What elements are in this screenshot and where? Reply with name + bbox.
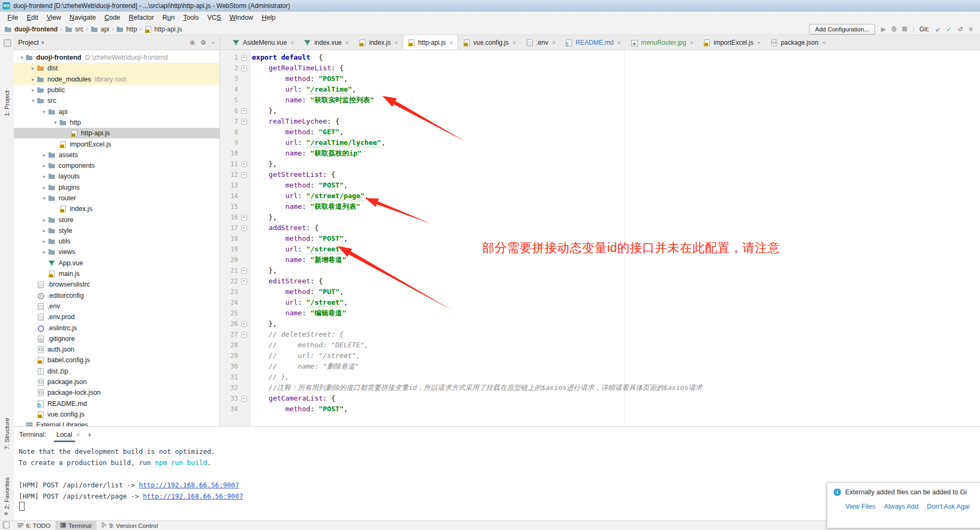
- chevron-down-icon[interactable]: ▾: [18, 55, 26, 60]
- menu-item-edit[interactable]: Edit: [22, 13, 43, 22]
- menu-item-code[interactable]: Code: [100, 13, 125, 22]
- fold-marker-icon[interactable]: [241, 108, 247, 114]
- more-icon[interactable]: ≡: [969, 26, 973, 33]
- tree-item[interactable]: ▸assets: [14, 150, 219, 160]
- close-icon[interactable]: ×: [512, 39, 516, 46]
- close-icon[interactable]: ×: [552, 39, 555, 46]
- menu-item-run[interactable]: Run: [158, 13, 179, 22]
- new-terminal-icon[interactable]: +: [87, 430, 92, 439]
- breadcrumb-item[interactable]: src: [65, 26, 84, 33]
- chevron-right-icon[interactable]: ▸: [40, 239, 48, 244]
- tree-item[interactable]: {}package-lock.json: [14, 387, 219, 398]
- chevron-right-icon[interactable]: ▸: [29, 66, 37, 71]
- fold-marker-icon[interactable]: [241, 215, 247, 221]
- tab-README.md[interactable]: MREADME.md×: [560, 35, 626, 50]
- chevron-right-icon[interactable]: ▸: [40, 249, 48, 255]
- notification-action-link[interactable]: Don't Ask Agai: [927, 503, 969, 510]
- tree-item[interactable]: App.vue: [14, 258, 219, 268]
- menu-item-window[interactable]: Window: [225, 13, 257, 22]
- fold-marker-icon[interactable]: [241, 225, 247, 231]
- tree-item[interactable]: ▸store: [14, 214, 219, 225]
- tree-item[interactable]: .editorconfig: [14, 290, 219, 301]
- tree-item[interactable]: ▾src: [14, 95, 219, 106]
- tree-item[interactable]: .env: [14, 301, 219, 312]
- chevron-down-icon[interactable]: ▾: [40, 109, 48, 115]
- fold-marker-icon[interactable]: [241, 396, 247, 402]
- close-icon[interactable]: ×: [690, 39, 693, 46]
- tree-item[interactable]: ▸utils: [14, 236, 219, 247]
- tree-item[interactable]: .gitignore: [14, 333, 219, 344]
- add-configuration-button[interactable]: Add Configuration...: [809, 24, 875, 35]
- close-icon[interactable]: ×: [757, 39, 760, 46]
- hide-panel-icon[interactable]: −: [211, 39, 215, 46]
- tree-item[interactable]: JSvue.config.js: [14, 409, 219, 420]
- breadcrumb-item[interactable]: http: [116, 26, 137, 33]
- tree-item[interactable]: {}package.json: [14, 377, 219, 387]
- close-icon[interactable]: ×: [822, 39, 826, 46]
- breadcrumb-item[interactable]: duoji-frontend: [4, 26, 58, 33]
- fold-marker-icon[interactable]: [241, 66, 247, 71]
- chevron-right-icon[interactable]: ▸: [29, 87, 37, 93]
- tab-menuRouter.jpg[interactable]: menuRouter.jpg×: [626, 35, 698, 50]
- close-icon[interactable]: ×: [77, 431, 80, 438]
- statusbar-item-terminal[interactable]: Terminal: [55, 521, 96, 530]
- tree-item[interactable]: ▸plugins: [14, 182, 219, 193]
- project-panel-title[interactable]: Project: [18, 39, 39, 46]
- menu-item-view[interactable]: View: [43, 13, 66, 22]
- close-icon[interactable]: ×: [291, 39, 294, 46]
- chevron-down-icon[interactable]: ▾: [40, 195, 48, 201]
- tree-item[interactable]: ▾router: [14, 193, 219, 203]
- tree-item[interactable]: JShttp-api.js: [14, 128, 219, 138]
- sidebar-item-favorites[interactable]: 2: Favorites: [4, 477, 10, 509]
- chevron-right-icon[interactable]: ▸: [40, 152, 48, 158]
- chevron-down-icon[interactable]: ▾: [52, 120, 59, 125]
- close-icon[interactable]: ×: [450, 39, 453, 46]
- fold-marker-icon[interactable]: [241, 161, 247, 167]
- terminal-link[interactable]: http://192.168.66.56:9007: [139, 481, 239, 489]
- terminal-link[interactable]: http://192.168.66.56:9007: [143, 492, 243, 500]
- menu-item-navigate[interactable]: Navigate: [66, 13, 100, 22]
- sidebar-item-project[interactable]: 1: Project: [4, 91, 10, 117]
- favorites-star-icon[interactable]: ★: [3, 510, 9, 517]
- notification-action-link[interactable]: Always Add: [884, 503, 919, 510]
- tree-item[interactable]: ▸style: [14, 225, 219, 236]
- tab-package.json[interactable]: {}package.json×: [765, 35, 830, 50]
- history-icon[interactable]: ↺: [958, 26, 963, 33]
- tab-index.js[interactable]: JSindex.js×: [354, 35, 403, 50]
- menu-item-tools[interactable]: Tools: [179, 13, 203, 22]
- chevron-right-icon[interactable]: ▸: [40, 185, 48, 190]
- tab-index.vue[interactable]: index.vue×: [299, 35, 354, 50]
- tree-item[interactable]: .env.prod: [14, 312, 219, 322]
- fold-marker-icon[interactable]: [241, 332, 247, 338]
- breadcrumb-item[interactable]: api: [91, 26, 109, 33]
- close-icon[interactable]: ×: [617, 39, 620, 46]
- tree-item[interactable]: .eslintrc.js: [14, 322, 219, 333]
- tree-item[interactable]: ▾api: [14, 106, 219, 117]
- notification-action-link[interactable]: View Files: [845, 503, 876, 510]
- menu-item-file[interactable]: File: [3, 13, 22, 22]
- run-icon[interactable]: ▶: [881, 26, 886, 33]
- statusbar-item-todo[interactable]: 6: TODO: [13, 521, 55, 530]
- chevron-right-icon[interactable]: ▸: [40, 163, 48, 168]
- git-update-icon[interactable]: ↙: [935, 26, 941, 33]
- close-icon[interactable]: ×: [346, 39, 349, 46]
- menu-item-help[interactable]: Help: [257, 13, 280, 22]
- tree-item[interactable]: JSmain.js: [14, 268, 219, 279]
- chevron-right-icon[interactable]: ▸: [40, 228, 48, 233]
- fold-marker-icon[interactable]: [241, 172, 247, 178]
- tree-item[interactable]: MREADME.md: [14, 398, 219, 409]
- tab-vue.config.js[interactable]: JSvue.config.js×: [458, 35, 521, 50]
- chevron-right-icon[interactable]: ▸: [40, 174, 48, 179]
- fold-marker-icon[interactable]: [241, 119, 247, 125]
- tree-item[interactable]: ▾http: [14, 117, 219, 128]
- breadcrumb-item[interactable]: JShttp-api.js: [144, 26, 182, 33]
- tree-item[interactable]: ▸layouts: [14, 171, 219, 182]
- tree-item[interactable]: ▸components: [14, 160, 219, 171]
- menu-item-refactor[interactable]: Refactor: [125, 13, 158, 22]
- chevron-down-icon[interactable]: ▾: [42, 40, 44, 45]
- git-commit-icon[interactable]: ✓: [946, 26, 952, 33]
- tree-item[interactable]: ▸views: [14, 247, 219, 257]
- debug-icon[interactable]: [892, 26, 896, 32]
- tree-item[interactable]: dist.zip: [14, 366, 219, 377]
- chevron-right-icon[interactable]: ▸: [29, 77, 37, 82]
